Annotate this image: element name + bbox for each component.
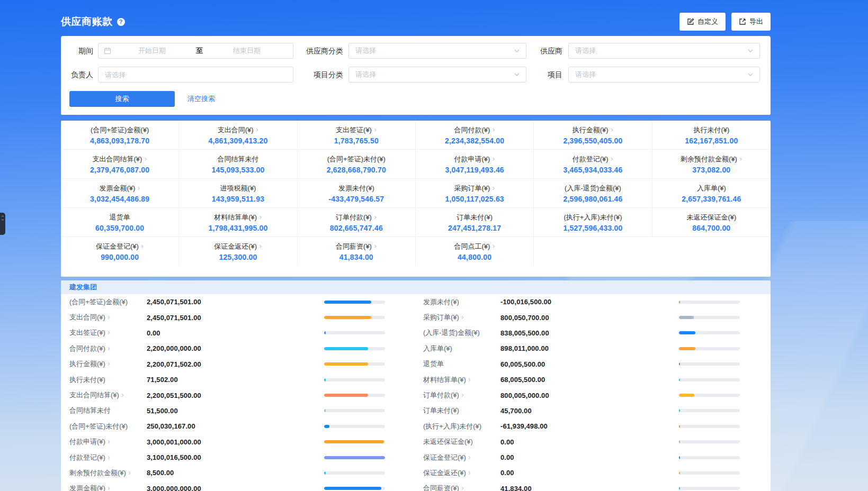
chevron-right-icon[interactable]: › [492, 154, 495, 163]
summary-cell[interactable]: 执行金额(¥)›2,396,550,405.00 [534, 121, 652, 150]
chevron-right-icon[interactable]: › [108, 453, 110, 461]
summary-cell[interactable]: 付款申请(¥)›3,047,119,493.46 [416, 150, 534, 179]
chevron-right-icon[interactable]: › [739, 154, 742, 163]
summary-cell[interactable]: 材料结算单(¥)›1,798,431,995.00 [179, 208, 297, 237]
chevron-right-icon[interactable]: › [108, 313, 110, 321]
summary-cell: 执行未付(¥)162,167,851.00 [652, 121, 771, 150]
metric-row: (合同+签证)金额(¥)2,450,071,501.00 [69, 294, 385, 310]
summary-label-text: 支出签证(¥) [336, 126, 372, 134]
metric-row: 保证金返还(¥)›0.00 [423, 465, 740, 480]
chevron-right-icon[interactable]: › [374, 125, 377, 134]
project-category-select[interactable]: 请选择 [348, 67, 526, 83]
supplier-label: 供应商 [521, 43, 562, 59]
group-name[interactable]: 建发集团 [69, 283, 97, 292]
date-range-input[interactable]: 开始日期 至 结束日期 [98, 43, 293, 59]
supplier-select[interactable]: 请选择 [568, 43, 760, 59]
owner-input[interactable] [98, 67, 293, 83]
chevron-right-icon[interactable]: › [141, 242, 144, 250]
summary-cell[interactable]: 合同点工(¥)›44,800.00 [416, 237, 534, 266]
chevron-right-icon[interactable]: › [461, 313, 464, 321]
metric-value: 0.00 [500, 453, 514, 461]
side-drawer-handle[interactable] [0, 213, 5, 235]
summary-cell[interactable]: 发票金额(¥)›3,032,454,486.89 [61, 179, 179, 208]
metric-label-text: 剩余预付款金额(¥) [69, 469, 126, 477]
end-date-placeholder[interactable]: 结束日期 [206, 46, 288, 56]
export-button[interactable]: 导出 [731, 13, 771, 31]
chevron-right-icon[interactable]: › [374, 213, 377, 221]
chevron-right-icon[interactable]: › [108, 437, 110, 445]
chevron-right-icon[interactable]: › [492, 125, 495, 134]
metric-row: 材料结算单(¥)›68,005,500.00 [423, 372, 740, 387]
chevron-right-icon[interactable]: › [108, 484, 110, 491]
chevron-right-icon[interactable]: › [108, 328, 110, 337]
help-icon[interactable]: ? [117, 18, 125, 26]
metric-label: 发票未付(¥) [423, 297, 500, 307]
metric-label: 付款申请(¥)› [69, 437, 147, 447]
metric-value: 800,050,700.00 [500, 314, 549, 322]
summary-cell[interactable]: 支出签证(¥)›1,783,765.50 [298, 121, 416, 150]
chevron-right-icon[interactable]: › [259, 242, 262, 250]
summary-cell-value: 44,800.00 [458, 253, 491, 261]
summary-cell: (执行+入库)未付(¥)1,527,596,433.00 [534, 208, 652, 237]
summary-cell[interactable]: 订单付款(¥)›802,665,747.46 [298, 208, 416, 237]
metric-row: 剩余预付款金额(¥)›8,500.00 [69, 465, 385, 480]
summary-cell[interactable]: 保证金登记(¥)›990,000.00 [61, 237, 179, 266]
chevron-right-icon[interactable]: › [259, 213, 262, 221]
customize-label: 自定义 [697, 17, 718, 26]
summary-cell-label: 合同结算未付 [217, 154, 258, 164]
chevron-right-icon[interactable]: › [137, 184, 140, 192]
search-button[interactable]: 搜索 [69, 91, 175, 107]
metric-value: 3,000,000,000.00 [147, 485, 201, 491]
group-metrics: (合同+签证)金额(¥)2,450,071,501.00支出合同(¥)›2,45… [61, 294, 771, 491]
summary-cell-value: 145,093,533.00 [211, 166, 264, 174]
summary-label-text: 订单未付(¥) [457, 213, 493, 221]
chevron-right-icon[interactable]: › [121, 390, 124, 399]
metric-bar-fill [679, 487, 680, 490]
chevron-right-icon[interactable]: › [144, 154, 147, 163]
metric-label-text: 付款申请(¥) [69, 438, 105, 445]
metric-bar-fill [679, 456, 680, 459]
summary-cell[interactable]: 采购订单(¥)›1,050,117,025.63 [416, 179, 534, 208]
summary-label-text: 进项税额(¥) [220, 184, 256, 192]
summary-cell[interactable]: 付款登记(¥)›3,465,934,033.46 [534, 150, 652, 179]
start-date-placeholder[interactable]: 开始日期 [111, 46, 193, 56]
summary-cell[interactable]: 合同薪资(¥)›41,834.00 [298, 237, 416, 266]
chevron-right-icon[interactable]: › [256, 125, 259, 134]
chevron-right-icon[interactable]: › [468, 468, 471, 477]
chevron-right-icon[interactable]: › [461, 390, 464, 399]
metric-label: 发票金额(¥)› [69, 484, 147, 491]
summary-cell[interactable]: 合同付款(¥)›2,234,382,554.00 [416, 121, 534, 150]
summary-cell[interactable]: 支出合同结算(¥)›2,379,476,087.00 [61, 150, 179, 179]
customize-button[interactable]: 自定义 [679, 13, 726, 31]
metric-bar-track [324, 316, 385, 319]
metric-bar-track [679, 378, 740, 381]
clear-search-link[interactable]: 清空搜索 [187, 91, 215, 107]
supplier-category-select[interactable]: 请选择 [348, 43, 526, 59]
summary-cell-label: 执行金额(¥)› [572, 125, 614, 135]
chevron-right-icon[interactable]: › [468, 453, 471, 461]
chevron-right-icon[interactable]: › [128, 468, 131, 477]
metric-value: 838,005,500.00 [500, 329, 549, 337]
metric-label-text: 入库单(¥) [423, 344, 452, 352]
chevron-right-icon[interactable]: › [611, 154, 614, 163]
chevron-right-icon[interactable]: › [492, 242, 495, 250]
summary-label-text: 入库单(¥) [697, 184, 726, 192]
metric-bar-track [679, 331, 740, 334]
chevron-right-icon[interactable]: › [108, 344, 110, 352]
summary-cell[interactable]: 支出合同(¥)›4,861,309,413.20 [179, 121, 297, 150]
chevron-right-icon[interactable]: › [461, 484, 464, 491]
metric-value: 60,005,500.00 [500, 360, 545, 368]
chevron-right-icon[interactable]: › [374, 242, 377, 250]
project-select[interactable]: 请选择 [568, 67, 760, 83]
metric-label-text: (合同+签证)未付(¥) [69, 422, 128, 430]
metric-label-text: 支出签证(¥) [69, 329, 105, 337]
chevron-right-icon[interactable]: › [611, 125, 614, 134]
summary-cell[interactable]: 保证金返还(¥)›125,300.00 [179, 237, 297, 266]
chevron-right-icon[interactable]: › [492, 184, 495, 192]
chevron-right-icon[interactable]: › [468, 375, 471, 384]
summary-cell-label: 合同付款(¥)› [454, 125, 495, 135]
summary-cell-value: 247,451,278.17 [448, 224, 501, 232]
chevron-right-icon[interactable]: › [108, 359, 110, 368]
summary-cell[interactable]: 剩余预付款金额(¥)›373,082.00 [652, 150, 771, 179]
metric-label: (入库-退货)金额(¥) [423, 328, 500, 338]
